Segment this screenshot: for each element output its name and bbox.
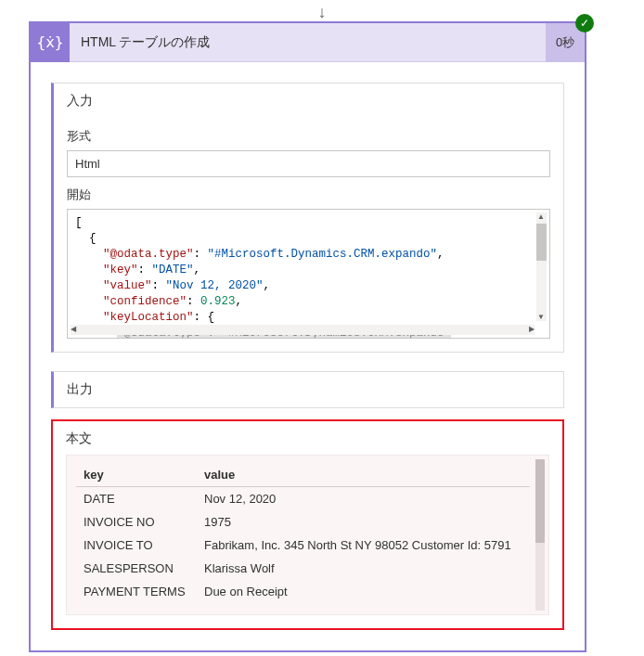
cell-value: 1975	[197, 510, 530, 534]
format-field[interactable]	[67, 150, 550, 177]
body-label: 本文	[66, 431, 549, 447]
cell-value: Nov 12, 2020	[197, 487, 530, 511]
inputs-section-title: 入力	[54, 84, 563, 119]
vertical-scrollbar[interactable]	[536, 212, 547, 321]
outputs-section-title: 出力	[54, 372, 563, 407]
table-row: INVOICE TOFabrikam, Inc. 345 North St NY…	[76, 534, 530, 557]
cell-key: PAYMENT TERMS	[76, 580, 197, 603]
card-title: HTML テーブルの作成	[70, 34, 546, 51]
table-row: INVOICE NO1975	[76, 510, 530, 534]
table-row: SALESPERSONKlarissa Wolf	[76, 557, 530, 580]
code-content[interactable]: [ { "@odata.type": "#Microsoft.Dynamics.…	[68, 210, 549, 338]
horizontal-scrollbar[interactable]	[71, 325, 535, 335]
cell-value: Due on Receipt	[197, 580, 530, 603]
table-row: DATENov 12, 2020	[76, 487, 530, 511]
cell-value: Klarissa Wolf	[197, 557, 530, 580]
column-header-key: key	[76, 463, 197, 487]
cell-key: DATE	[76, 487, 197, 511]
cell-value: Fabrikam, Inc. 345 North St NY 98052 Cus…	[197, 534, 530, 557]
output-table-wrapper: key value DATENov 12, 2020INVOICE NO1975…	[66, 455, 549, 615]
column-header-value: value	[197, 463, 530, 487]
success-badge-icon: ✓	[575, 14, 594, 32]
inputs-section: 入力 形式 開始 [ { "@odata.type": "#Microsoft.…	[51, 83, 564, 353]
cell-key: SALESPERSON	[76, 557, 197, 580]
format-label: 形式	[67, 128, 550, 145]
start-label: 開始	[67, 187, 550, 203]
output-scrollbar[interactable]	[535, 459, 545, 611]
table-row: PAYMENT TERMSDue on Receipt	[76, 580, 530, 603]
card-body: 入力 形式 開始 [ { "@odata.type": "#Microsoft.…	[31, 62, 585, 650]
output-highlight-box: 本文 key value DATENov 12, 2020INVOICE NO1…	[51, 419, 564, 630]
outputs-section: 出力	[51, 371, 564, 408]
cell-key: INVOICE TO	[76, 534, 197, 557]
flow-arrow-icon: ↓	[318, 3, 327, 22]
action-card: ✓ {ẋ} HTML テーブルの作成 0秒 入力 形式 開始 [ { "@oda…	[29, 21, 586, 652]
code-viewer[interactable]: [ { "@odata.type": "#Microsoft.Dynamics.…	[67, 209, 550, 339]
card-header[interactable]: {ẋ} HTML テーブルの作成 0秒	[31, 23, 585, 62]
output-table: key value DATENov 12, 2020INVOICE NO1975…	[76, 463, 530, 603]
cell-key: INVOICE NO	[76, 510, 197, 534]
data-operations-icon: {ẋ}	[31, 23, 70, 62]
